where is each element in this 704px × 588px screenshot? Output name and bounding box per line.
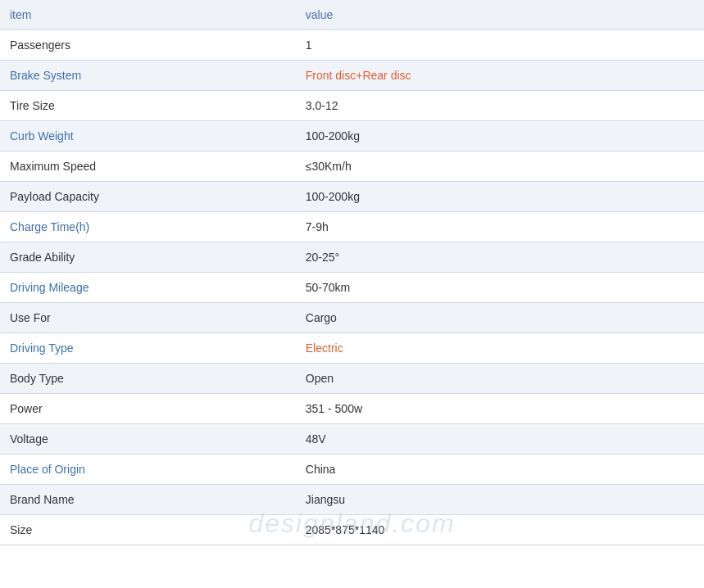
table-row: Brake SystemFront disc+Rear disc xyxy=(0,61,704,91)
table-row: Brand NameJiangsu xyxy=(0,485,704,515)
item-cell: Size xyxy=(0,515,296,545)
value-cell: 48V xyxy=(296,424,704,455)
value-cell: 3.0-12 xyxy=(296,91,704,121)
item-cell: Use For xyxy=(0,303,296,333)
table-row: Driving Mileage50-70km xyxy=(0,273,704,303)
table-row: Payload Capacity100-200kg xyxy=(0,182,704,212)
value-cell: 1 xyxy=(296,30,704,61)
value-cell: ≤30Km/h xyxy=(296,152,704,182)
value-cell: 100-200kg xyxy=(296,121,704,152)
item-cell: Charge Time(h) xyxy=(0,212,296,242)
spec-table-container: item value Passengers1Brake SystemFront … xyxy=(0,0,704,545)
value-cell: Open xyxy=(296,364,704,394)
item-cell: Curb Weight xyxy=(0,121,296,152)
value-cell: 7-9h xyxy=(296,212,704,242)
table-row: Tire Size3.0-12 xyxy=(0,91,704,121)
table-row: Use ForCargo xyxy=(0,303,704,333)
table-row: Curb Weight100-200kg xyxy=(0,121,704,152)
value-cell: 50-70km xyxy=(296,273,704,303)
item-cell: Brake System xyxy=(0,61,296,91)
item-cell: Brand Name xyxy=(0,485,296,515)
item-cell: Power xyxy=(0,394,296,424)
table-row: Maximum Speed≤30Km/h xyxy=(0,152,704,182)
table-header-row: item value xyxy=(0,0,704,30)
table-row: Voltage48V xyxy=(0,424,704,455)
item-cell: Driving Type xyxy=(0,333,296,364)
item-cell: Tire Size xyxy=(0,91,296,121)
value-column-header: value xyxy=(296,0,704,30)
value-cell: Jiangsu xyxy=(296,485,704,515)
item-cell: Payload Capacity xyxy=(0,182,296,212)
value-cell: 2085*875*1140 xyxy=(296,515,704,545)
table-row: Grade Ability20-25° xyxy=(0,242,704,273)
table-row: Size2085*875*1140 xyxy=(0,515,704,545)
item-cell: Driving Mileage xyxy=(0,273,296,303)
value-cell: Front disc+Rear disc xyxy=(296,61,704,91)
value-cell: 20-25° xyxy=(296,242,704,273)
spec-table: item value Passengers1Brake SystemFront … xyxy=(0,0,704,545)
item-cell: Voltage xyxy=(0,424,296,455)
value-cell: Electric xyxy=(296,333,704,364)
table-row: Power351 - 500w xyxy=(0,394,704,424)
table-row: Passengers1 xyxy=(0,30,704,61)
table-row: Body TypeOpen xyxy=(0,364,704,394)
item-cell: Grade Ability xyxy=(0,242,296,273)
table-row: Charge Time(h)7-9h xyxy=(0,212,704,242)
item-cell: Body Type xyxy=(0,364,296,394)
item-cell: Maximum Speed xyxy=(0,152,296,182)
item-column-header: item xyxy=(0,0,296,30)
value-cell: Cargo xyxy=(296,303,704,333)
table-row: Place of OriginChina xyxy=(0,455,704,485)
item-cell: Passengers xyxy=(0,30,296,61)
value-cell: China xyxy=(296,455,704,485)
table-row: Driving TypeElectric xyxy=(0,333,704,364)
value-cell: 351 - 500w xyxy=(296,394,704,424)
item-cell: Place of Origin xyxy=(0,455,296,485)
value-cell: 100-200kg xyxy=(296,182,704,212)
